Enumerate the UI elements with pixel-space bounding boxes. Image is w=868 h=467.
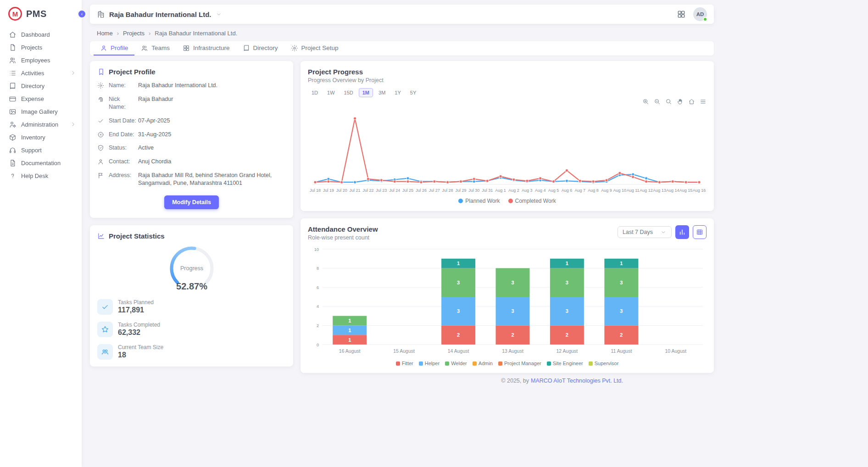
sidebar-item-administration[interactable]: Administration xyxy=(0,118,82,131)
sidebar-item-label: Projects xyxy=(21,44,42,51)
online-status-dot xyxy=(703,17,707,22)
svg-text:3: 3 xyxy=(511,308,514,314)
app-logo[interactable]: M PMS xyxy=(0,0,82,28)
stat-icon-box xyxy=(97,344,113,360)
breadcrumb-item[interactable]: Projects xyxy=(123,30,145,37)
zoom-out-icon[interactable] xyxy=(654,98,661,105)
chart-line-icon xyxy=(97,232,105,240)
statistics-list: Tasks Planned 117,891 Tasks Completed 62… xyxy=(97,299,286,360)
users-icon xyxy=(141,44,148,52)
grid-icon[interactable] xyxy=(677,10,686,19)
svg-text:Aug 6: Aug 6 xyxy=(562,188,573,193)
legend-item[interactable]: Completed Work xyxy=(508,198,556,204)
company-selector[interactable]: Raja Bahadur International Ltd. xyxy=(97,10,222,18)
sidebar-item-support[interactable]: Support xyxy=(0,144,82,156)
x-circle-icon xyxy=(97,131,104,138)
zoom-in-icon[interactable] xyxy=(642,98,649,105)
range-5y-button[interactable]: 5Y xyxy=(406,88,420,97)
sidebar-item-expense[interactable]: Expense xyxy=(0,92,82,105)
sidebar-item-inventory[interactable]: Inventory xyxy=(0,131,82,144)
field-label: End Date: xyxy=(109,131,138,139)
book-icon xyxy=(243,44,250,52)
tab-directory[interactable]: Directory xyxy=(236,41,284,56)
gear-icon xyxy=(291,44,298,52)
range-1m-button[interactable]: 1M xyxy=(359,88,373,97)
menu-icon[interactable] xyxy=(700,98,707,105)
main-content: Raja Bahadur International Ltd. AD Home›… xyxy=(90,5,714,384)
svg-text:Jul 24: Jul 24 xyxy=(389,188,400,193)
legend-item[interactable]: Site Engineer xyxy=(547,361,583,366)
field-value: Active xyxy=(138,144,286,152)
sidebar-item-dashboard[interactable]: Dashboard xyxy=(0,28,82,41)
range-1y-button[interactable]: 1Y xyxy=(391,88,404,97)
sidebar-item-image-gallery[interactable]: Image Gallery xyxy=(0,105,82,118)
range-3m-button[interactable]: 3M xyxy=(375,88,389,97)
legend-item[interactable]: Supervisor xyxy=(589,361,619,366)
check-icon xyxy=(101,303,109,311)
table-view-button[interactable] xyxy=(693,225,707,239)
svg-text:Jul 29: Jul 29 xyxy=(455,188,466,193)
header-bar: Raja Bahadur International Ltd. AD xyxy=(90,5,714,24)
bar-chart-view-button[interactable] xyxy=(675,225,689,239)
progress-line-chart[interactable]: Jul 18Jul 19Jul 20Jul 21Jul 22Jul 23Jul … xyxy=(308,106,707,195)
progress-card-subtitle: Progress Overview by Project xyxy=(308,77,707,83)
footer: © 2025, by MARCO AIoT Technologies Pvt. … xyxy=(90,378,714,384)
profile-field: Contact: Anuj Chordia xyxy=(97,158,286,166)
pan-icon[interactable] xyxy=(677,98,684,105)
field-value: Raja Bahadur International Ltd. xyxy=(138,82,286,89)
stat-icon-box xyxy=(97,299,113,315)
user-avatar[interactable]: AD xyxy=(693,7,707,21)
stat-value: 18 xyxy=(118,351,163,359)
svg-text:Jul 30: Jul 30 xyxy=(468,188,479,193)
left-column: Project Profile Name: Raja Bahadur Inter… xyxy=(90,61,293,367)
svg-text:Jul 21: Jul 21 xyxy=(350,188,361,193)
sidebar-item-label: Image Gallery xyxy=(21,108,58,115)
range-1d-button[interactable]: 1D xyxy=(308,88,322,97)
sidebar-item-help-desk[interactable]: Help Desk xyxy=(0,169,82,182)
legend-item[interactable]: Admin xyxy=(473,361,493,366)
date-range-select[interactable]: Last 7 Days xyxy=(618,226,672,238)
svg-text:8: 8 xyxy=(317,266,319,271)
field-label: Contact: xyxy=(109,158,138,166)
legend-item[interactable]: Planned Work xyxy=(458,198,500,204)
sidebar-item-label: Employees xyxy=(21,57,50,64)
gear-icon xyxy=(97,82,104,89)
tab-label: Project Setup xyxy=(301,44,339,51)
svg-text:Aug 15: Aug 15 xyxy=(679,188,693,193)
profile-field: End Date: 31-Aug-2025 xyxy=(97,131,286,139)
svg-text:Jul 20: Jul 20 xyxy=(336,188,347,193)
legend-item[interactable]: Helper xyxy=(419,361,440,366)
sidebar-item-activities[interactable]: Activities xyxy=(0,67,82,79)
svg-text:Aug 1: Aug 1 xyxy=(495,188,506,193)
progress-chart-legend: Planned WorkCompleted Work xyxy=(308,198,707,204)
breadcrumb-item: Raja Bahadur International Ltd. xyxy=(155,30,237,37)
tab-infrastructure[interactable]: Infrastructure xyxy=(176,41,236,56)
tab-teams[interactable]: Teams xyxy=(134,41,176,56)
stat-icon-box xyxy=(97,322,113,337)
legend-item[interactable]: Welder xyxy=(445,361,467,366)
range-1w-button[interactable]: 1W xyxy=(323,88,339,97)
selection-zoom-icon[interactable] xyxy=(665,98,672,105)
attendance-bar-chart[interactable]: 024681011116 August15 August233114 Augus… xyxy=(308,244,707,357)
breadcrumb-item[interactable]: Home xyxy=(97,30,113,37)
sidebar-item-label: Inventory xyxy=(21,134,45,141)
legend-item[interactable]: Project Manager xyxy=(498,361,541,366)
svg-text:14 August: 14 August xyxy=(448,348,469,354)
sidebar-collapse-button[interactable]: ‹ xyxy=(78,10,86,18)
footer-company-link[interactable]: MARCO AIoT Technologies Pvt. Ltd. xyxy=(531,378,623,384)
attendance-controls: Last 7 Days xyxy=(618,225,707,239)
sidebar-item-employees[interactable]: Employees xyxy=(0,54,82,67)
sidebar-item-projects[interactable]: Projects xyxy=(0,41,82,54)
tab-profile[interactable]: Profile xyxy=(94,41,134,56)
sidebar-item-directory[interactable]: Directory xyxy=(0,79,82,92)
chevron-down-icon xyxy=(216,11,222,17)
modify-details-button[interactable]: Modify Details xyxy=(164,195,219,209)
legend-item[interactable]: Fitter xyxy=(396,361,413,366)
svg-text:16 August: 16 August xyxy=(339,348,361,354)
home-icon[interactable] xyxy=(688,98,695,105)
field-label: Status: xyxy=(109,144,138,152)
tab-project-setup[interactable]: Project Setup xyxy=(284,41,345,56)
sidebar-item-documentation[interactable]: Documentation xyxy=(0,156,82,169)
range-15d-button[interactable]: 15D xyxy=(340,88,357,97)
svg-text:Jul 26: Jul 26 xyxy=(416,188,427,193)
